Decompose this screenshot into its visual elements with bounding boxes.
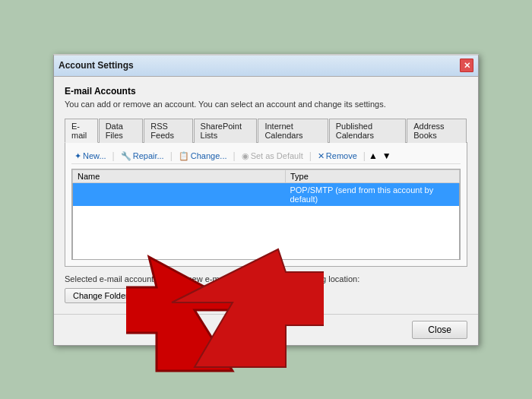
table-row-empty-2 (73, 220, 460, 233)
separator-4: | (309, 150, 312, 161)
tab-content-email: ✦ New... | 🔧 Repair... | 📋 Change... | ◉… (65, 143, 467, 267)
move-up-icon[interactable]: ▲ (369, 150, 378, 161)
change-folder-button[interactable]: Change Folder (65, 288, 137, 303)
table-row-empty-3 (73, 233, 460, 247)
change-button[interactable]: 📋 Change... (176, 150, 230, 162)
repair-icon: 🔧 (121, 151, 131, 161)
account-type-cell: POP/SMTP (send from this account by defa… (285, 182, 459, 206)
tab-internet-calendars[interactable]: Internet Calendars (258, 119, 328, 143)
table-row-empty (73, 206, 460, 220)
tab-rss-feeds[interactable]: RSS Feeds (144, 119, 192, 143)
new-button[interactable]: ✦ New... (71, 150, 109, 162)
separator-5: | (363, 150, 366, 161)
account-name-cell (73, 182, 286, 206)
tab-address-books[interactable]: Address Books (407, 119, 467, 143)
tab-sharepoint-lists[interactable]: SharePoint Lists (194, 119, 258, 143)
window-title: Account Settings (59, 60, 134, 71)
accounts-table-wrapper: Name Type POP/SMTP (send from this accou… (71, 169, 461, 260)
close-button[interactable]: Close (412, 321, 467, 339)
remove-icon: ✕ (318, 151, 325, 161)
set-default-icon: ◉ (242, 151, 249, 161)
section-description: You can add or remove an account. You ca… (65, 100, 467, 109)
set-default-button[interactable]: ◉ Set as Default (239, 150, 306, 162)
separator-2: | (170, 150, 173, 161)
move-down-icon[interactable]: ▼ (382, 150, 391, 161)
table-row[interactable]: POP/SMTP (send from this account by defa… (73, 182, 460, 206)
accounts-toolbar: ✦ New... | 🔧 Repair... | 📋 Change... | ◉… (71, 149, 461, 164)
svg-marker-1 (172, 249, 324, 367)
separator-1: | (112, 150, 115, 161)
window-body: E-mail Accounts You can add or remove an… (54, 77, 478, 314)
remove-button[interactable]: ✕ Remove (315, 150, 360, 162)
change-icon: 📋 (179, 151, 189, 161)
col-header-type: Type (285, 169, 459, 182)
table-row-empty-4 (73, 247, 460, 260)
new-icon: ✦ (74, 151, 81, 161)
titlebar: Account Settings ✕ (54, 55, 478, 77)
footer-text: Selected e-mail account delivers new e-m… (65, 274, 467, 283)
section-title: E-mail Accounts (65, 86, 467, 97)
bottom-bar: Close (54, 314, 478, 345)
accounts-table: Name Type POP/SMTP (send from this accou… (72, 169, 460, 260)
close-window-button[interactable]: ✕ (460, 59, 473, 72)
account-settings-window: Account Settings ✕ E-mail Accounts You c… (53, 54, 479, 346)
col-header-name: Name (73, 169, 286, 182)
tabs-bar: E-mail Data Files RSS Feeds SharePoint L… (65, 118, 467, 143)
repair-button[interactable]: 🔧 Repair... (118, 150, 167, 162)
tab-email[interactable]: E-mail (65, 119, 98, 143)
tab-published-calendars[interactable]: Published Calendars (329, 119, 406, 143)
tab-data-files[interactable]: Data Files (99, 119, 144, 143)
separator-3: | (233, 150, 236, 161)
